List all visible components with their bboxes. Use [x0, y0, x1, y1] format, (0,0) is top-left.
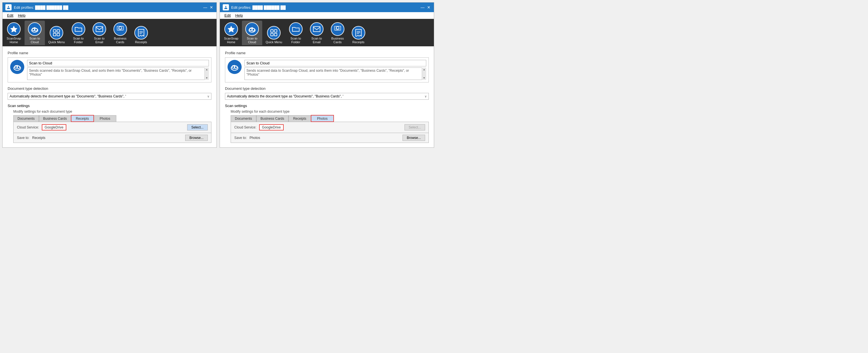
- save-to-label: Save to:: [234, 136, 247, 140]
- toolbar-btn-quick-menu[interactable]: Quick Menu: [263, 24, 285, 45]
- toolbar-btn-scan-to-email[interactable]: Scan to Email: [89, 21, 110, 45]
- svg-rect-8: [96, 27, 103, 32]
- profile-desc-area: Sends scanned data to ScanSnap Cloud, an…: [244, 67, 426, 80]
- svg-rect-7: [57, 33, 60, 36]
- menu-item-help[interactable]: Help: [233, 13, 245, 18]
- save-to-value: Photos: [250, 136, 260, 140]
- cloud-service-row: Cloud Service:GoogleDriveSelect...: [230, 122, 429, 133]
- window-title: Edit profiles: ████ ██████ ██: [231, 5, 286, 9]
- toolbar-icon-scansnap-home: [7, 22, 21, 36]
- toolbar-icon-scan-to-email: [93, 22, 106, 36]
- svg-rect-26: [271, 33, 273, 36]
- cloud-service-label: Cloud Service:: [17, 125, 39, 129]
- doc-detect-label: Document type detection: [8, 86, 211, 91]
- menu-item-edit[interactable]: Edit: [222, 13, 233, 18]
- svg-rect-6: [53, 33, 56, 36]
- tab-photos[interactable]: Photos: [94, 115, 116, 122]
- close-button[interactable]: ✕: [427, 5, 431, 9]
- profile-name-input[interactable]: [244, 60, 426, 66]
- profile-name-label: Profile name: [8, 51, 211, 55]
- profile-fields: Sends scanned data to ScanSnap Cloud, an…: [27, 60, 209, 80]
- document-type-tabs: DocumentsBusiness CardsReceiptsPhotos: [230, 115, 429, 122]
- toolbar-label-business-cards: Business Cards: [331, 37, 344, 44]
- window-title: Edit profiles: ████ ██████ ██: [14, 5, 68, 9]
- toolbar-btn-scan-to-folder[interactable]: Scan to Folder: [286, 21, 306, 45]
- document-type-tabs: DocumentsBusiness CardsReceiptsPhotos: [13, 115, 211, 122]
- minimize-button[interactable]: —: [420, 5, 425, 9]
- tab-receipts[interactable]: Receipts: [288, 115, 311, 122]
- menu-item-edit[interactable]: Edit: [5, 13, 16, 18]
- toolbar-btn-receipts[interactable]: Receipts: [348, 24, 369, 45]
- menu-item-help[interactable]: Help: [16, 13, 28, 18]
- title-bar-controls: — ✕: [203, 5, 214, 9]
- toolbar-btn-scan-to-cloud[interactable]: Scan to Cloud: [25, 21, 45, 45]
- toolbar-label-quick-menu: Quick Menu: [266, 40, 282, 44]
- toolbar-icon-quick-menu: [267, 26, 281, 39]
- browse-button[interactable]: Browse...: [185, 135, 208, 141]
- toolbar-label-scan-to-folder: Scan to Folder: [73, 37, 84, 44]
- toolbar-icon-receipts: [134, 26, 148, 39]
- svg-rect-27: [274, 33, 277, 36]
- profile-desc-area: Sends scanned data to ScanSnap Cloud, an…: [27, 67, 209, 80]
- title-bar: Edit profiles: ████ ██████ ██ — ✕: [3, 3, 217, 12]
- content-area: Profile name Sends scanned data to ScanS…: [3, 46, 217, 147]
- doc-detect-select[interactable]: Automatically detects the document type …: [225, 93, 429, 100]
- toolbar-btn-business-cards[interactable]: Business Cards: [328, 21, 348, 45]
- doc-detect-arrow-icon: ∨: [207, 95, 210, 98]
- svg-rect-5: [57, 30, 60, 32]
- profile-icon: [10, 60, 24, 74]
- toolbar-btn-scan-to-folder[interactable]: Scan to Folder: [68, 21, 89, 45]
- tab-business-cards[interactable]: Business Cards: [39, 115, 71, 122]
- desc-scrollbar[interactable]: ▲▼: [422, 67, 426, 80]
- close-button[interactable]: ✕: [209, 5, 214, 9]
- profile-fields: Sends scanned data to ScanSnap Cloud, an…: [244, 60, 426, 80]
- toolbar-label-receipts: Receipts: [352, 40, 365, 44]
- toolbar-icon-scan-to-email: [310, 22, 323, 36]
- toolbar-label-scan-to-email: Scan to Email: [94, 37, 104, 44]
- title-bar-left: Edit profiles: ████ ██████ ██: [223, 4, 286, 10]
- cloud-service-value: GoogleDrive: [259, 124, 284, 130]
- toolbar-icon-scan-to-folder: [289, 22, 303, 36]
- profile-icon: [227, 60, 242, 74]
- title-bar-controls: — ✕: [420, 5, 431, 9]
- browse-button[interactable]: Browse...: [403, 135, 425, 141]
- toolbar-btn-receipts[interactable]: Receipts: [131, 24, 151, 45]
- tab-business-cards[interactable]: Business Cards: [256, 115, 288, 122]
- select-button[interactable]: Select...: [187, 124, 208, 130]
- svg-marker-20: [228, 26, 235, 32]
- save-to-label: Save to:: [17, 136, 29, 140]
- window-right: Edit profiles: ████ ██████ ██ — ✕ EditHe…: [220, 2, 434, 148]
- profile-box: Sends scanned data to ScanSnap Cloud, an…: [225, 57, 429, 83]
- desc-scrollbar[interactable]: ▲▼: [205, 67, 209, 80]
- svg-rect-24: [271, 30, 273, 32]
- save-to-row: Save to:ReceiptsBrowse...: [13, 133, 211, 143]
- profile-name-label: Profile name: [225, 51, 429, 55]
- doc-detect-label: Document type detection: [225, 86, 429, 91]
- toolbar-btn-business-cards[interactable]: Business Cards: [110, 21, 130, 45]
- toolbar-btn-scansnap-home[interactable]: ScanSnap Home: [4, 21, 24, 45]
- select-button[interactable]: Select...: [404, 124, 425, 130]
- toolbar-label-receipts: Receipts: [135, 40, 147, 44]
- profile-name-input[interactable]: [27, 60, 209, 66]
- svg-marker-0: [10, 26, 17, 32]
- tab-documents[interactable]: Documents: [13, 115, 39, 122]
- tab-receipts[interactable]: Receipts: [71, 115, 94, 122]
- doc-detect-arrow-icon: ∨: [425, 95, 427, 98]
- save-to-row: Save to:PhotosBrowse...: [230, 133, 429, 143]
- menu-bar: EditHelp: [3, 12, 217, 19]
- toolbar: ScanSnap HomeScan to CloudQuick MenuScan…: [3, 19, 217, 46]
- toolbar-icon-scan-to-cloud: [28, 22, 41, 36]
- toolbar-btn-scan-to-email[interactable]: Scan to Email: [307, 21, 327, 45]
- doc-detect-select[interactable]: Automatically detects the document type …: [8, 93, 211, 100]
- svg-rect-25: [274, 30, 277, 32]
- profile-desc-wrap: Sends scanned data to ScanSnap Cloud, an…: [244, 67, 426, 80]
- tab-documents[interactable]: Documents: [230, 115, 256, 122]
- toolbar-icon-scansnap-home: [224, 22, 238, 36]
- toolbar-btn-scansnap-home[interactable]: ScanSnap Home: [221, 21, 241, 45]
- toolbar-btn-scan-to-cloud[interactable]: Scan to Cloud: [242, 21, 262, 45]
- toolbar-btn-quick-menu[interactable]: Quick Menu: [45, 24, 68, 45]
- minimize-button[interactable]: —: [203, 5, 208, 9]
- cloud-service-label: Cloud Service:: [234, 125, 256, 129]
- tab-photos[interactable]: Photos: [311, 115, 334, 122]
- window-left: Edit profiles: ████ ██████ ██ — ✕ EditHe…: [2, 2, 217, 148]
